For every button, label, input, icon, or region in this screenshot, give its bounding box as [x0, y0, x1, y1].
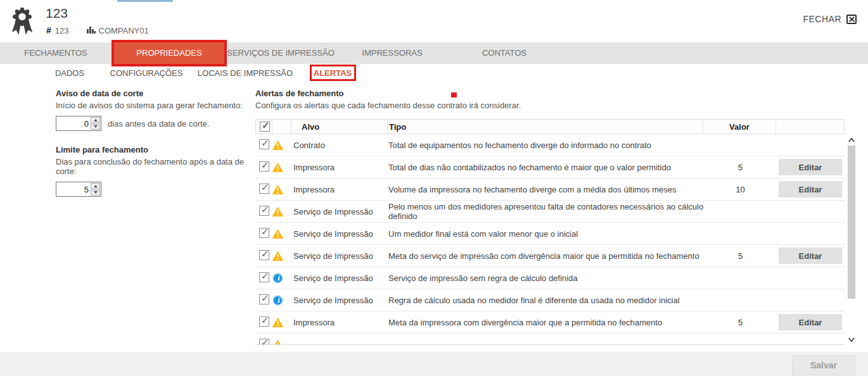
contract-window: 123 # 123 COMPANY01 — [0, 0, 868, 376]
settings-panel: Aviso de data de corte Início de avisos … — [56, 89, 253, 197]
row-alvo: Contrato — [291, 141, 387, 150]
limite-stepper-down-icon[interactable] — [91, 190, 100, 196]
select-all-checkbox[interactable]: ✓ — [260, 122, 270, 132]
scroll-up-icon[interactable] — [846, 135, 857, 144]
row-tipo: Total de equipamentos no fechamento dive… — [387, 141, 704, 150]
subtab-locais-de-impressao[interactable]: LOCAIS DE IMPRESSÃO — [198, 66, 293, 81]
scroll-down-icon[interactable] — [846, 335, 857, 344]
row-checkbox[interactable]: ✓ — [259, 161, 269, 172]
info-icon: i — [272, 272, 284, 284]
row-tipo: Um medidor final está com valor menor qu… — [387, 229, 704, 239]
limite-title: Limite para fechamento — [56, 145, 253, 154]
table-row: ✓ i Impressora Meta da impressora com di… — [255, 311, 845, 334]
tab-propriedades[interactable]: PROPRIEDADES — [114, 42, 224, 64]
subtab-alertas[interactable]: ALERTAS — [314, 66, 352, 81]
row-valor: 10 — [704, 185, 777, 194]
row-alvo: Serviço de Impressão — [291, 251, 387, 261]
row-alvo: Serviço de Impressão — [291, 229, 387, 239]
save-button[interactable]: Salvar — [792, 355, 855, 375]
table-scrollbar[interactable] — [846, 134, 857, 345]
table-row: ✓ i — [255, 334, 845, 345]
column-header-valor: Valor — [703, 120, 776, 134]
alerts-table-header: ✓ Alvo Tipo Valor — [255, 119, 845, 134]
row-valor: 5 — [704, 318, 777, 327]
row-checkbox[interactable]: ✓ — [259, 316, 269, 327]
aviso-stepper-up-icon[interactable] — [91, 117, 100, 123]
table-row: ✓ i Serviço de Impressão Serviço de impr… — [255, 267, 845, 289]
limite-dias-stepper[interactable]: 5 — [56, 182, 101, 197]
contract-ribbon-icon — [10, 8, 34, 35]
alerts-panel: Alertas de fechamento Configura os alert… — [255, 89, 857, 110]
limite-description: Dias para conclusão do fechamento após a… — [56, 157, 253, 176]
sub-tabbar: DADOS CONFIGURAÇÕES LOCAIS DE IMPRESSÃO … — [0, 64, 868, 82]
tab-contatos[interactable]: CONTATOS — [482, 42, 527, 64]
company-icon — [87, 26, 96, 35]
alerts-table-body: ✓ i Contrato Total de equipamentos no fe… — [255, 134, 845, 345]
table-row: ✓ i Contrato Total de equipamentos no fe… — [255, 134, 845, 156]
editar-button[interactable]: Editar — [779, 248, 842, 264]
row-checkbox[interactable]: ✓ — [259, 250, 269, 260]
close-icon — [846, 15, 857, 24]
row-valor: 5 — [704, 251, 777, 261]
limite-stepper-up-icon[interactable] — [91, 183, 100, 189]
row-checkbox[interactable]: ✓ — [259, 339, 269, 346]
top-accent-bar — [117, 0, 173, 2]
company-name: COMPANY01 — [99, 26, 149, 35]
aviso-suffix: dias antes da data de corte. — [108, 119, 209, 128]
row-tipo: Meta da impressora com divergência maior… — [387, 318, 704, 327]
alerts-title: Alertas de fechamento — [255, 89, 857, 98]
row-checkbox[interactable]: ✓ — [259, 228, 269, 238]
number-icon: # — [46, 25, 51, 35]
row-checkbox[interactable]: ✓ — [259, 294, 269, 304]
row-valor: 5 — [704, 163, 777, 172]
tab-impressoras[interactable]: IMPRESSORAS — [362, 42, 422, 64]
alerts-subtitle: Configura os alertas que cada fechamento… — [255, 101, 857, 110]
row-alvo: Impressora — [291, 163, 387, 172]
subtab-dados[interactable]: DADOS — [55, 66, 84, 81]
row-alvo: Serviço de Impressão — [291, 296, 387, 305]
warning-icon — [272, 206, 284, 218]
scrollbar-thumb[interactable] — [848, 146, 855, 299]
close-label: FECHAR — [803, 14, 841, 24]
page-title: 123 — [46, 6, 68, 21]
aviso-dias-stepper[interactable]: 0 — [56, 116, 101, 131]
warning-icon — [272, 184, 284, 196]
tab-fechamentos[interactable]: FECHAMENTOS — [24, 42, 87, 64]
aviso-stepper-down-icon[interactable] — [91, 124, 100, 130]
row-tipo: Meta do serviço de impressão com divergê… — [387, 251, 704, 261]
row-checkbox[interactable]: ✓ — [259, 206, 269, 216]
row-checkbox[interactable]: ✓ — [259, 184, 269, 194]
row-tipo: Volume da impressora no fechamento diver… — [387, 185, 704, 194]
editar-button[interactable]: Editar — [779, 181, 842, 197]
row-alvo: Impressora — [291, 185, 387, 194]
warning-icon — [272, 316, 284, 329]
company-info: COMPANY01 — [87, 26, 149, 35]
alerts-table: ✓ Alvo Tipo Valor ✓ — [255, 119, 857, 346]
info-icon: i — [272, 294, 284, 306]
tab-servicos-de-impressao[interactable]: SERVIÇOS DE IMPRESSÃO — [227, 42, 335, 64]
table-row: ✓ i Serviço de Impressão Pelo menos um d… — [255, 201, 845, 223]
table-row: ✓ i Impressora Volume da impressora no f… — [255, 179, 845, 201]
editar-button[interactable]: Editar — [779, 314, 842, 330]
row-alvo: Serviço de Impressão — [291, 273, 387, 283]
row-tipo: Pelo menos um dos medidores apresentou f… — [387, 202, 704, 221]
window-header: 123 # 123 COMPANY01 — [0, 0, 868, 42]
close-button[interactable]: FECHAR — [803, 14, 857, 24]
table-row: ✓ i Serviço de Impressão Regra de cálcul… — [255, 289, 845, 311]
row-alvo: Impressora — [291, 318, 387, 327]
row-tipo: Regra de cálculo usada no medidor final … — [387, 296, 704, 305]
warning-icon — [272, 139, 284, 151]
limite-dias-value: 5 — [84, 185, 89, 194]
aviso-description: Início de avisos do sistema para gerar f… — [56, 101, 253, 110]
warning-icon — [272, 250, 284, 262]
warning-icon — [272, 228, 284, 240]
row-checkbox[interactable]: ✓ — [259, 272, 269, 282]
row-checkbox[interactable]: ✓ — [259, 139, 269, 149]
table-row: ✓ i Impressora Total de dias não contabi… — [255, 156, 845, 179]
subtab-configuracoes[interactable]: CONFIGURAÇÕES — [110, 66, 183, 81]
editar-button[interactable]: Editar — [779, 159, 842, 175]
contract-number: 123 — [55, 26, 69, 35]
warning-icon — [272, 339, 284, 346]
contract-meta: # 123 COMPANY01 — [46, 25, 149, 35]
aviso-title: Aviso de data de corte — [56, 89, 253, 98]
